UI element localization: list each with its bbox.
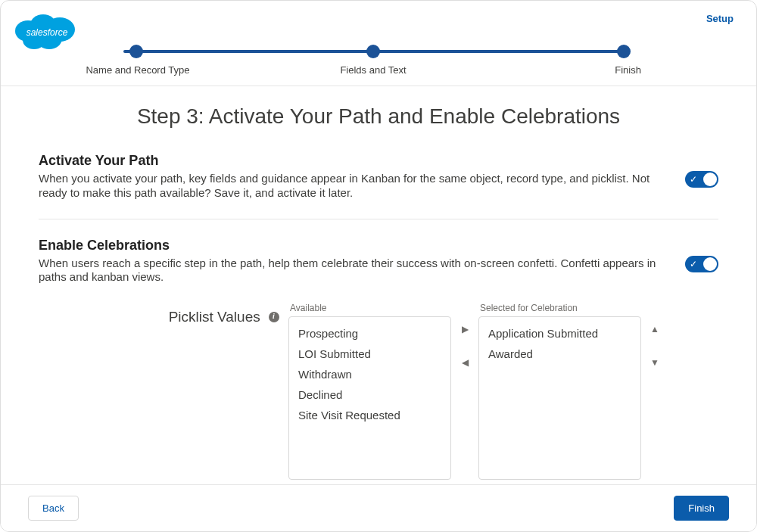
move-right-button[interactable]: ▶	[462, 324, 469, 334]
step-label-1: Name and Record Type	[86, 64, 189, 76]
page-title: Step 3: Activate Your Path and Enable Ce…	[39, 104, 718, 129]
step-label-2: Fields and Text	[340, 64, 406, 76]
move-left-button[interactable]: ◀	[462, 357, 469, 368]
back-button[interactable]: Back	[28, 496, 79, 521]
finish-button[interactable]: Finish	[674, 496, 729, 521]
list-item[interactable]: Site Visit Requested	[289, 405, 450, 425]
celebrations-section: Enable Celebrations When users reach a s…	[39, 238, 718, 481]
celebrations-title: Enable Celebrations	[39, 238, 718, 254]
activate-title: Activate Your Path	[39, 153, 718, 169]
list-item[interactable]: Awarded	[479, 344, 640, 364]
available-listbox[interactable]: Prospecting LOI Submitted Withdrawn Decl…	[288, 316, 451, 480]
celebrations-desc: When users reach a specific step in the …	[39, 257, 659, 285]
setup-link[interactable]: Setup	[706, 13, 734, 24]
selected-header: Selected for Celebration	[478, 303, 641, 313]
list-item[interactable]: Withdrawn	[289, 364, 450, 384]
picklist-values-label: Picklist Values	[39, 303, 288, 325]
step-label-3: Finish	[615, 64, 641, 76]
salesforce-logo: salesforce	[13, 7, 81, 57]
activate-path-section: Activate Your Path When you activate you…	[39, 153, 718, 201]
wizard-footer: Back Finish	[1, 484, 756, 531]
list-item[interactable]: Prospecting	[289, 323, 450, 344]
available-header: Available	[288, 303, 451, 313]
list-item[interactable]: Declined	[289, 384, 450, 405]
activate-toggle[interactable]: ✓	[685, 171, 718, 188]
check-icon: ✓	[690, 258, 697, 270]
move-down-button[interactable]: ▼	[650, 357, 659, 368]
list-item[interactable]: LOI Submitted	[289, 344, 450, 364]
step-dot-3[interactable]	[617, 45, 631, 58]
svg-text:salesforce: salesforce	[26, 27, 68, 38]
activate-desc: When you activate your path, key fields …	[39, 172, 659, 201]
check-icon: ✓	[690, 173, 697, 185]
info-icon[interactable]	[269, 312, 279, 322]
celebrations-toggle[interactable]: ✓	[685, 256, 718, 272]
list-item[interactable]: Application Submitted	[479, 323, 640, 344]
selected-listbox[interactable]: Application Submitted Awarded	[478, 316, 641, 480]
picklist-dual-list: Picklist Values Available Prospecting LO…	[39, 303, 718, 480]
wizard-stepper: Name and Record Type Fields and Text Fin…	[116, 42, 631, 79]
step-dot-1[interactable]	[129, 45, 143, 58]
move-up-button[interactable]: ▲	[650, 324, 659, 334]
step-dot-2[interactable]	[366, 45, 380, 58]
